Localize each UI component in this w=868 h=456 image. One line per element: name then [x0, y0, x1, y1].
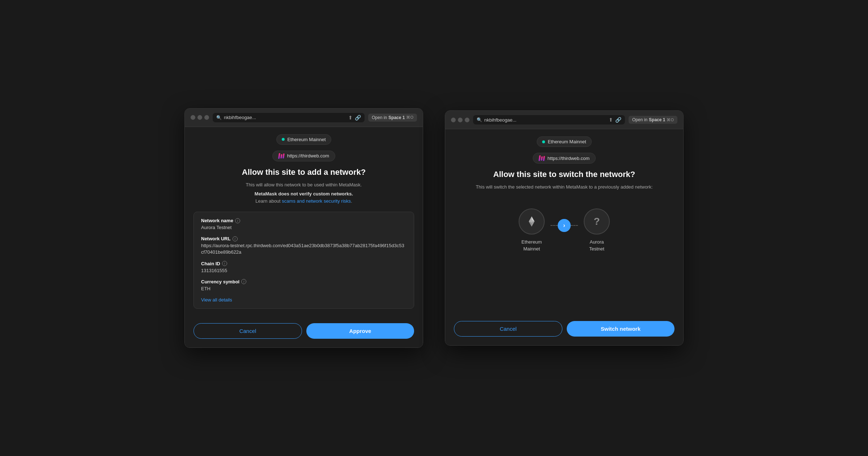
search-icon: 🔍	[216, 115, 222, 120]
traffic-lights-right	[451, 118, 469, 122]
open-in-label-right: Open in	[632, 117, 647, 122]
switch-network-title: Allow this site to switch the network?	[445, 169, 683, 180]
chain-id-info-icon[interactable]: i	[222, 261, 227, 266]
network-name-row: Network name i Aurora Testnet	[201, 218, 407, 231]
ethereum-diamond-icon	[525, 215, 538, 228]
address-text-left: nkbihfbeogae...	[224, 115, 346, 120]
network-details-card: Network name i Aurora Testnet Network UR…	[193, 212, 414, 309]
share-icon: ⬆	[348, 115, 353, 121]
traffic-light-close-right	[451, 118, 456, 122]
traffic-light-close	[191, 115, 195, 120]
browser-toolbar-right: 🔍 nkbihfbeogae... ⬆ 🔗 Open in Space 1 ⌘O	[445, 111, 683, 129]
network-switch-diagram: EthereumMainnet › ? AuroraTestnet	[445, 201, 683, 263]
network-url-info-icon[interactable]: i	[233, 236, 238, 241]
dashed-line-left	[550, 225, 558, 226]
left-browser-window: 🔍 nkbihfbeogae... ⬆ 🔗 Open in Space 1 ⌘O…	[184, 108, 423, 348]
add-network-subtitle: This will allow this network to be used …	[185, 181, 423, 189]
traffic-light-maximize	[204, 115, 209, 120]
aurora-node-circle: ?	[584, 208, 610, 235]
add-network-button-row: Cancel Approve	[185, 316, 423, 339]
traffic-light-minimize-right	[458, 118, 463, 122]
space-label-left: Space 1	[388, 115, 405, 120]
chain-id-label: Chain ID i	[201, 261, 407, 266]
arrow-circle: ›	[558, 219, 571, 232]
switch-arrow-container: ›	[550, 224, 578, 237]
add-network-modal: Ethereum Mainnet https://thirdweb.com Al…	[185, 127, 423, 347]
thirdweb-logo-left	[278, 153, 284, 159]
network-dot-left	[282, 138, 285, 141]
chevron-right-icon: ›	[563, 222, 565, 229]
network-row-right: Ethereum Mainnet	[445, 129, 683, 151]
currency-info-icon[interactable]: i	[241, 279, 246, 284]
switch-network-button[interactable]: Switch network	[567, 321, 675, 337]
from-network-label: EthereumMainnet	[522, 239, 542, 252]
add-network-title: Allow this site to add a network?	[185, 167, 423, 178]
site-badge-left: https://thirdweb.com	[272, 151, 335, 161]
network-badge-label-left: Ethereum Mainnet	[287, 137, 326, 142]
link-icon: 🔗	[355, 115, 361, 121]
open-in-space-left: Open in Space 1 ⌘O	[368, 114, 417, 122]
site-badge-right: https://thirdweb.com	[533, 153, 596, 164]
network-badge-right: Ethereum Mainnet	[537, 136, 591, 147]
switch-network-modal: Ethereum Mainnet https://thirdweb.com Al…	[445, 129, 683, 345]
warning-link[interactable]: scams and network security risks	[282, 198, 351, 204]
ethereum-node-circle	[519, 208, 545, 235]
network-name-info-icon[interactable]: i	[235, 218, 240, 223]
currency-value: ETH	[201, 286, 407, 292]
network-badge-left: Ethereum Mainnet	[276, 134, 331, 145]
site-url-right: https://thirdweb.com	[548, 156, 590, 161]
link-icon-right: 🔗	[615, 117, 621, 123]
thirdweb-logo-right	[539, 155, 545, 161]
chain-id-row: Chain ID i 1313161555	[201, 261, 407, 274]
switch-network-subtitle: This will switch the selected network wi…	[445, 183, 683, 191]
warning-prefix: Learn about	[255, 198, 282, 204]
network-url-label: Network URL i	[201, 236, 407, 241]
site-row-left: https://thirdweb.com	[185, 148, 423, 167]
switch-network-cancel-button[interactable]: Cancel	[454, 321, 562, 337]
open-in-label-left: Open in	[372, 115, 387, 120]
address-bar-right[interactable]: 🔍 nkbihfbeogae... ⬆ 🔗	[473, 115, 625, 124]
space-label-right: Space 1	[649, 117, 665, 122]
site-url-left: https://thirdweb.com	[287, 153, 329, 159]
warning-bold: MetaMask does not verify custom networks…	[255, 191, 353, 197]
dashed-line-right	[571, 225, 578, 226]
switch-network-button-row: Cancel Switch network	[445, 314, 683, 337]
shortcut-left: ⌘O	[406, 115, 413, 120]
address-bar-left[interactable]: 🔍 nkbihfbeogae... ⬆ 🔗	[213, 113, 365, 122]
chain-id-value: 1313161555	[201, 267, 407, 274]
right-browser-window: 🔍 nkbihfbeogae... ⬆ 🔗 Open in Space 1 ⌘O…	[445, 110, 684, 345]
view-all-details-link[interactable]: View all details	[201, 297, 407, 303]
to-network-label: AuroraTestnet	[589, 239, 604, 252]
currency-label: Currency symbol i	[201, 279, 407, 284]
traffic-light-minimize	[197, 115, 202, 120]
search-icon-right: 🔍	[477, 117, 482, 122]
traffic-lights-left	[191, 115, 209, 120]
network-name-value: Aurora Testnet	[201, 224, 407, 231]
network-url-row: Network URL i https://aurora-testnet.rpc…	[201, 236, 407, 256]
add-network-warning: MetaMask does not verify custom networks…	[185, 190, 423, 204]
browser-toolbar-left: 🔍 nkbihfbeogae... ⬆ 🔗 Open in Space 1 ⌘O	[185, 109, 423, 127]
network-url-value: https://aurora-testnet.rpc.thirdweb.com/…	[201, 242, 407, 256]
add-network-cancel-button[interactable]: Cancel	[193, 323, 302, 339]
currency-row: Currency symbol i ETH	[201, 279, 407, 292]
shortcut-right: ⌘O	[667, 118, 674, 122]
address-text-right: nkbihfbeogae...	[484, 117, 607, 123]
site-row-right: https://thirdweb.com	[445, 151, 683, 169]
share-icon-right: ⬆	[609, 117, 613, 123]
question-mark-icon: ?	[593, 216, 600, 227]
open-in-space-right: Open in Space 1 ⌘O	[629, 116, 677, 124]
network-name-label: Network name i	[201, 218, 407, 223]
to-network-node: ? AuroraTestnet	[584, 208, 610, 252]
network-dot-right	[542, 140, 545, 143]
traffic-light-maximize-right	[465, 118, 469, 122]
warning-suffix: .	[351, 198, 352, 204]
network-row-left: Ethereum Mainnet	[185, 127, 423, 148]
add-network-approve-button[interactable]: Approve	[306, 323, 414, 339]
network-badge-label-right: Ethereum Mainnet	[548, 139, 586, 144]
from-network-node: EthereumMainnet	[519, 208, 545, 252]
